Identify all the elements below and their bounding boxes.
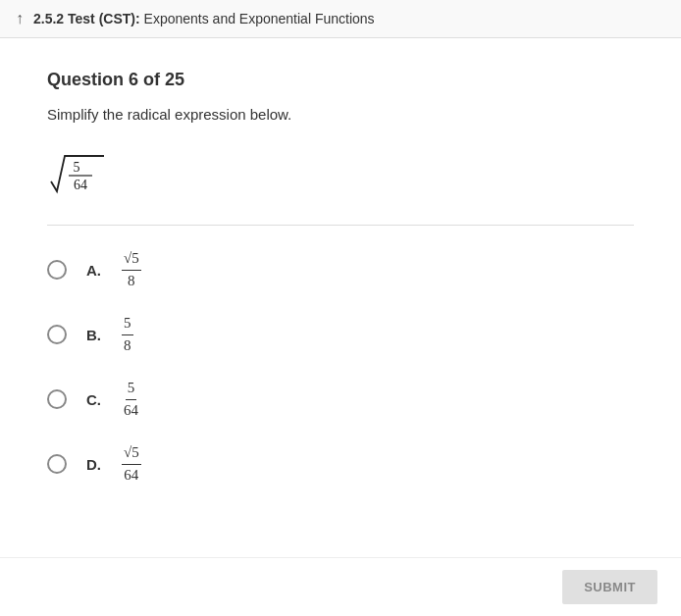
question-instruction: Simplify the radical expression below. [47, 106, 634, 123]
breadcrumb-title: 2.5.2 Test (CST): Exponents and Exponent… [33, 11, 375, 26]
section-divider [47, 225, 634, 226]
radio-b[interactable] [47, 325, 67, 344]
radio-c[interactable] [47, 389, 67, 409]
breadcrumb-subtitle: Exponents and Exponential Functions [140, 11, 375, 26]
question-label: Question 6 of 25 [47, 70, 634, 90]
radio-a[interactable] [47, 260, 67, 280]
option-c-letter: C. [86, 391, 102, 408]
option-b[interactable]: B. 5 8 [47, 314, 634, 355]
option-d-letter: D. [86, 456, 102, 473]
page-header: ↑ 2.5.2 Test (CST): Exponents and Expone… [0, 0, 681, 38]
option-d-den: 64 [122, 465, 140, 486]
radical-svg: 5 64 [47, 146, 106, 197]
main-content: Question 6 of 25 Simplify the radical ex… [0, 38, 681, 516]
submit-button[interactable]: SUBMIT [562, 570, 657, 604]
radio-d[interactable] [47, 454, 67, 474]
option-b-den: 8 [122, 335, 133, 356]
option-b-value: 5 8 [122, 314, 133, 355]
option-c-value: 5 64 [122, 379, 140, 420]
svg-text:5: 5 [74, 160, 80, 175]
option-a-value: √5 8 [122, 249, 141, 290]
page-footer: SUBMIT [0, 557, 681, 616]
option-c-num: 5 [126, 379, 137, 400]
option-a[interactable]: A. √5 8 [47, 249, 634, 290]
answer-options: A. √5 8 B. 5 8 C. 5 64 [47, 249, 634, 485]
option-a-den: 8 [126, 271, 137, 291]
option-d-value: √5 64 [122, 443, 141, 485]
option-a-num: √5 [122, 249, 141, 271]
option-b-letter: B. [86, 327, 102, 343]
option-d-num: √5 [122, 443, 141, 465]
option-d[interactable]: D. √5 64 [47, 443, 634, 485]
back-icon[interactable]: ↑ [16, 10, 24, 27]
svg-text:64: 64 [74, 178, 87, 192]
option-c-den: 64 [122, 400, 140, 421]
breadcrumb-bold: 2.5.2 Test (CST): [33, 11, 140, 26]
option-b-num: 5 [122, 314, 133, 335]
option-a-letter: A. [86, 262, 102, 279]
option-c[interactable]: C. 5 64 [47, 379, 634, 420]
radical-expression: 5 64 [47, 146, 106, 197]
